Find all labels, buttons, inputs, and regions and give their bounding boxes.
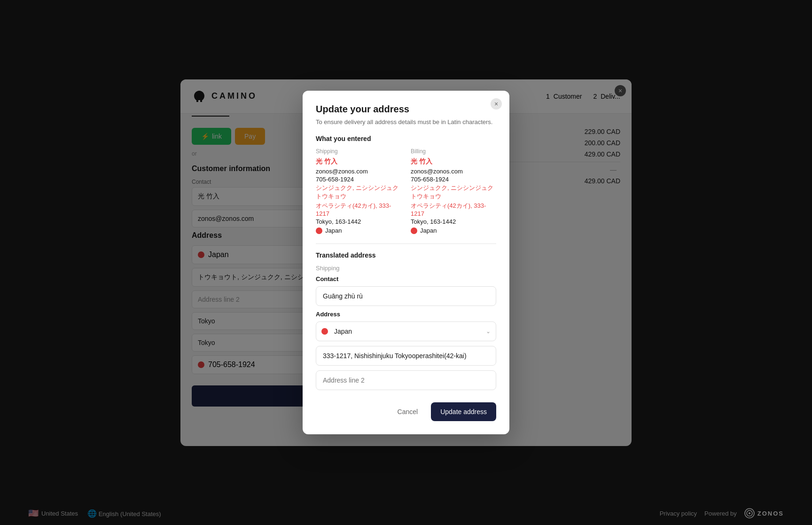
translated-address-heading: Translated address (316, 251, 496, 259)
cancel-button[interactable]: Cancel (390, 402, 426, 421)
shipping-flag (316, 227, 322, 234)
modal-title: Update your address (316, 104, 496, 115)
shipping-country-row: Japan (316, 227, 401, 234)
address-line1-input[interactable] (316, 346, 496, 366)
billing-flag (411, 227, 417, 234)
shipping-col-label: Shipping (316, 148, 401, 155)
contact-section-heading: Contact (316, 275, 496, 282)
modal-close-icon: × (494, 100, 498, 108)
what-you-entered-heading: What you entered (316, 135, 496, 142)
address-section-heading: Address (316, 311, 496, 318)
shipping-city-state: Tokyo, 163-1442 (316, 218, 401, 225)
shipping-addr-japanese-2: オペラシティ(42カイ), 333-1217 (316, 202, 401, 217)
modal-overlay: × Update your address To ensure delivery… (0, 0, 812, 525)
billing-addr-japanese-2: オペラシティ(42カイ), 333-1217 (411, 202, 496, 217)
modal-footer: Cancel Update address (316, 402, 496, 421)
billing-country-row: Japan (411, 227, 496, 234)
modal-close-button[interactable]: × (491, 98, 502, 110)
billing-email: zonos@zonos.com (411, 168, 496, 175)
shipping-email: zonos@zonos.com (316, 168, 401, 175)
shipping-addr-japanese-1: シンジュクク, ニシシンジュクトウキョウ (316, 184, 401, 201)
shipping-name-japanese: 光 竹入 (316, 157, 401, 166)
shipping-country: Japan (325, 227, 342, 234)
shipping-sub-heading: Shipping (316, 265, 496, 272)
billing-column: Billing 光 竹入 zonos@zonos.com 705-658-192… (411, 148, 496, 234)
billing-country: Japan (420, 227, 437, 234)
modal-divider-1 (316, 243, 496, 244)
address-columns: Shipping 光 竹入 zonos@zonos.com 705-658-19… (316, 148, 496, 234)
billing-col-label: Billing (411, 148, 496, 155)
billing-addr-japanese-1: シンジュクク, ニシシンジュクトウキョウ (411, 184, 496, 201)
billing-name-japanese: 光 竹入 (411, 157, 496, 166)
country-flag-indicator (321, 328, 328, 335)
modal-subtitle: To ensure delivery all address details m… (316, 118, 496, 125)
shipping-column: Shipping 光 竹入 zonos@zonos.com 705-658-19… (316, 148, 401, 234)
address-line2-input[interactable] (316, 370, 496, 390)
update-address-modal: × Update your address To ensure delivery… (303, 91, 509, 434)
shipping-phone: 705-658-1924 (316, 176, 401, 183)
country-select[interactable]: Japan (316, 321, 496, 341)
billing-phone: 705-658-1924 (411, 176, 496, 183)
country-select-wrapper: Japan ⌄ (316, 321, 496, 341)
billing-city-state: Tokyo, 163-1442 (411, 218, 496, 225)
update-address-button[interactable]: Update address (431, 402, 496, 421)
contact-input[interactable] (316, 286, 496, 306)
